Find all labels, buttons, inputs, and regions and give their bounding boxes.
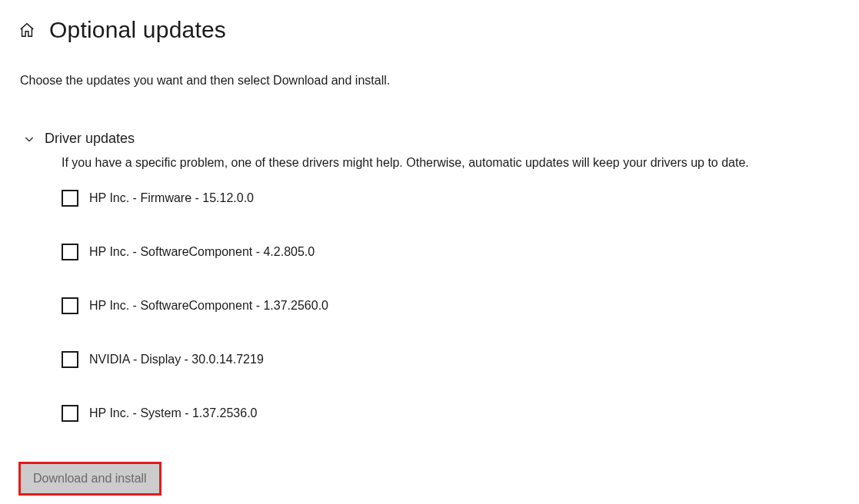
update-checkbox[interactable] — [62, 405, 78, 422]
update-checkbox[interactable] — [62, 190, 78, 207]
page-subtitle: Choose the updates you want and then sel… — [18, 74, 841, 88]
update-item: HP Inc. - SoftwareComponent - 1.37.2560.… — [62, 297, 841, 314]
download-button-highlight: Download and install — [18, 462, 161, 496]
update-item: HP Inc. - System - 1.37.2536.0 — [62, 405, 841, 422]
update-item: HP Inc. - SoftwareComponent - 4.2.805.0 — [62, 244, 841, 260]
update-label: HP Inc. - Firmware - 15.12.0.0 — [89, 191, 254, 205]
update-item: NVIDIA - Display - 30.0.14.7219 — [62, 351, 841, 368]
update-label: HP Inc. - System - 1.37.2536.0 — [89, 406, 257, 420]
section-toggle[interactable]: Driver updates — [23, 131, 841, 147]
page-header: Optional updates — [18, 17, 841, 43]
update-label: NVIDIA - Display - 30.0.14.7219 — [89, 353, 264, 366]
update-checkbox[interactable] — [62, 351, 78, 368]
update-item: HP Inc. - Firmware - 15.12.0.0 — [62, 190, 841, 207]
update-label: HP Inc. - SoftwareComponent - 4.2.805.0 — [89, 245, 315, 259]
chevron-down-icon — [23, 133, 35, 145]
update-label: HP Inc. - SoftwareComponent - 1.37.2560.… — [89, 299, 328, 313]
section-description: If you have a specific problem, one of t… — [23, 156, 841, 170]
home-icon[interactable] — [18, 22, 35, 38]
section-title: Driver updates — [45, 131, 135, 147]
update-checkbox[interactable] — [62, 244, 78, 260]
download-install-button[interactable]: Download and install — [21, 464, 159, 493]
update-checkbox[interactable] — [62, 297, 78, 314]
page-title: Optional updates — [49, 17, 226, 43]
driver-updates-section: Driver updates If you have a specific pr… — [18, 131, 841, 422]
update-list: HP Inc. - Firmware - 15.12.0.0 HP Inc. -… — [23, 190, 841, 422]
